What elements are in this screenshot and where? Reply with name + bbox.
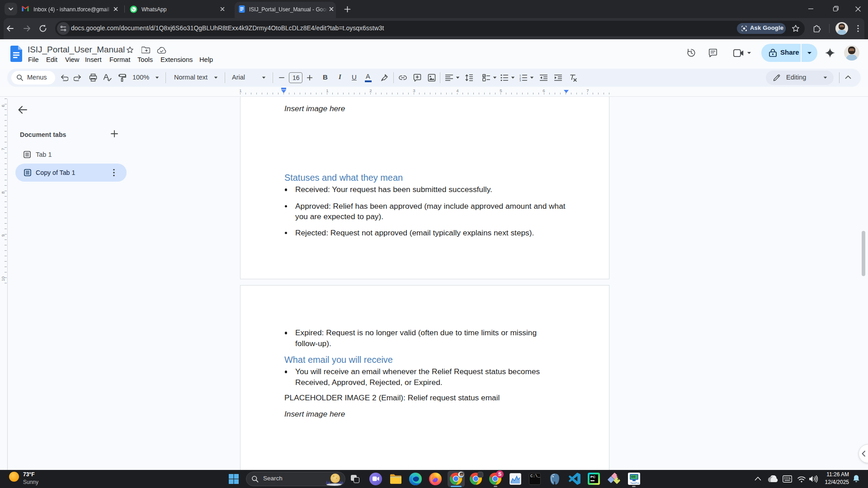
- svg-text:3: 3: [519, 79, 521, 81]
